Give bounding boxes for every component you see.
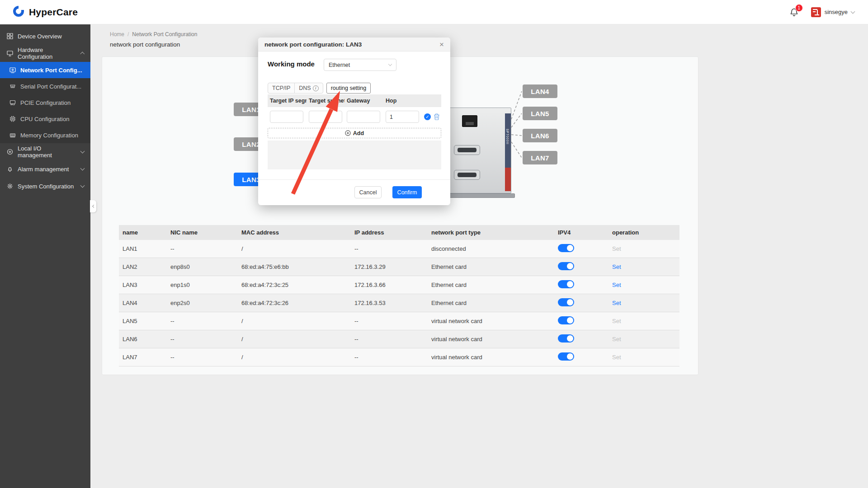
cell-port-type: Ethernet card xyxy=(428,300,554,306)
route-column-header: Target subnet xyxy=(307,98,344,104)
sidebar-item-cpu-configuration[interactable]: CPU Configuration xyxy=(0,111,90,127)
ipv4-toggle[interactable] xyxy=(558,262,574,270)
target-subnet-input[interactable] xyxy=(309,111,342,123)
sidebar-item-memory-configuration[interactable]: Memory Configuration xyxy=(0,127,90,143)
breadcrumb-separator: / xyxy=(127,31,129,38)
set-link[interactable]: Set xyxy=(612,300,621,306)
sidebar-item-local-i-o-management[interactable]: Local I/O management xyxy=(0,143,90,160)
sidebar-item-system-configuration[interactable]: System Configuration xyxy=(0,178,90,195)
cell-name: LAN7 xyxy=(119,354,167,361)
chevron-down-icon xyxy=(80,149,85,154)
table-row-lan4: LAN4enp2s068:ed:a4:72:3c:26172.16.3.53Et… xyxy=(119,294,679,312)
sidebar-item-alarm-management[interactable]: Alarm management xyxy=(0,160,90,178)
user-menu[interactable]: sinsegye xyxy=(811,7,854,17)
modal-header: network port configuration: LAN3 × xyxy=(258,38,450,52)
lan-button-lan7[interactable]: LAN7 xyxy=(523,151,557,164)
cell-ip-address: -- xyxy=(351,354,428,361)
lan-button-lan5[interactable]: LAN5 xyxy=(523,107,557,120)
sidebar-item-device-overview[interactable]: Device Overview xyxy=(0,28,90,45)
modal-title: network port configuration: LAN3 xyxy=(264,41,362,48)
set-link[interactable]: Set xyxy=(612,282,621,288)
route-column-header: Hop xyxy=(383,98,441,104)
tab-tcp-ip[interactable]: TCP/IP xyxy=(268,83,295,94)
table-row-lan3: LAN3enp1s068:ed:a4:72:3c:25172.16.3.66Et… xyxy=(119,276,679,294)
system-icon xyxy=(6,183,13,190)
sidebar-item-pcie-configuration[interactable]: PCIE Configuration xyxy=(0,94,90,111)
target-ip-input[interactable] xyxy=(270,111,303,123)
cpu-icon xyxy=(9,116,16,122)
cell-name: LAN3 xyxy=(119,282,167,288)
route-row: ✓ xyxy=(268,108,441,126)
plus-circle-icon xyxy=(345,130,351,136)
table-row-lan2: LAN2enp8s068:ed:a4:75:e6:bb172.16.3.29Et… xyxy=(119,258,679,276)
cell-port-type: disconnected xyxy=(428,245,554,252)
cell-ip-address: 172.16.3.29 xyxy=(351,263,428,270)
gateway-input[interactable] xyxy=(347,111,380,123)
hop-input[interactable] xyxy=(386,111,419,123)
brand: HyperCare xyxy=(12,5,78,20)
info-icon: i xyxy=(313,85,319,91)
sidebar-item-serial-port-configurat[interactable]: Serial Port Configurat... xyxy=(0,78,90,94)
ipv4-toggle[interactable] xyxy=(558,316,574,324)
lan-button-lan4[interactable]: LAN4 xyxy=(523,84,557,98)
modal-tabs: TCP/IPDNSirouting setting xyxy=(268,83,371,94)
cell-nic-name: enp2s0 xyxy=(167,300,238,306)
device-model-label: SP7000II xyxy=(506,129,509,145)
delete-row-trash-icon[interactable] xyxy=(434,113,440,120)
memory-icon xyxy=(9,132,16,139)
confirm-button[interactable]: Confirm xyxy=(392,186,422,198)
main-content: Home / Network Port Configuration networ… xyxy=(90,24,868,488)
alarm-icon xyxy=(6,166,13,173)
route-table-header: Target IP segmeTarget subnetGatewayHop xyxy=(268,94,441,107)
cell-name: LAN2 xyxy=(119,263,167,270)
set-link: Set xyxy=(612,336,621,343)
sidebar-item-network-port-config[interactable]: Network Port Config... xyxy=(0,62,90,78)
cell-name: LAN5 xyxy=(119,318,167,324)
bell-icon xyxy=(789,11,799,19)
cell-port-type: virtual network card xyxy=(428,318,554,324)
breadcrumb-current: Network Port Configuration xyxy=(132,31,197,38)
route-column-header: Target IP segme xyxy=(268,98,307,104)
cell-port-type: Ethernet card xyxy=(428,282,554,288)
cell-mac-address: 68:ed:a4:72:3c:25 xyxy=(238,282,351,288)
chevron-up-icon xyxy=(80,52,85,56)
column-header: IP address xyxy=(351,229,428,236)
sidebar-collapse-handle[interactable] xyxy=(90,200,96,212)
lan-button-lan6[interactable]: LAN6 xyxy=(523,129,557,142)
ipv4-toggle[interactable] xyxy=(558,280,574,288)
set-link: Set xyxy=(612,318,621,324)
sidebar-item-hardware-configuration[interactable]: Hardware Configuration xyxy=(0,45,90,62)
ipv4-toggle[interactable] xyxy=(558,244,574,252)
tab-dns[interactable]: DNSi xyxy=(294,83,323,94)
working-mode-select[interactable]: Ethernet xyxy=(324,59,396,71)
chevron-down-icon xyxy=(851,9,855,14)
column-header: NIC name xyxy=(167,229,238,236)
ipv4-toggle[interactable] xyxy=(558,298,574,306)
ipv4-toggle[interactable] xyxy=(558,334,574,343)
breadcrumb: Home / Network Port Configuration xyxy=(110,31,197,38)
cell-ip-address: 172.16.3.53 xyxy=(351,300,428,306)
page-title: network port configuration xyxy=(110,41,180,48)
table-row-lan6: LAN6--/--virtual network cardSet xyxy=(119,330,679,348)
sidebar: Device OverviewHardware ConfigurationNet… xyxy=(0,24,90,488)
confirm-row-check-icon[interactable]: ✓ xyxy=(424,113,431,120)
avatar xyxy=(811,7,821,17)
column-header: network port type xyxy=(428,229,554,236)
notifications-button[interactable]: 1 xyxy=(789,7,799,18)
close-icon[interactable]: × xyxy=(439,41,444,48)
tab-routing-setting[interactable]: routing setting xyxy=(326,83,371,94)
set-link[interactable]: Set xyxy=(612,263,621,270)
cell-mac-address: 68:ed:a4:75:e6:bb xyxy=(238,263,351,270)
table-row-lan7: LAN7--/--virtual network cardSet xyxy=(119,348,679,366)
cell-nic-name: -- xyxy=(167,336,238,343)
breadcrumb-home[interactable]: Home xyxy=(110,31,124,38)
cell-nic-name: enp1s0 xyxy=(167,282,238,288)
username: sinsegye xyxy=(825,9,848,15)
chevron-left-icon xyxy=(92,205,95,208)
port-table-body: LAN1--/--disconnectedSetLAN2enp8s068:ed:… xyxy=(119,240,679,366)
ipv4-toggle[interactable] xyxy=(558,352,574,361)
cancel-button[interactable]: Cancel xyxy=(354,186,382,198)
device-serial-connector-1 xyxy=(454,145,480,155)
add-route-button[interactable]: Add xyxy=(268,128,441,138)
sidebar-menu: Device OverviewHardware ConfigurationNet… xyxy=(0,24,90,195)
